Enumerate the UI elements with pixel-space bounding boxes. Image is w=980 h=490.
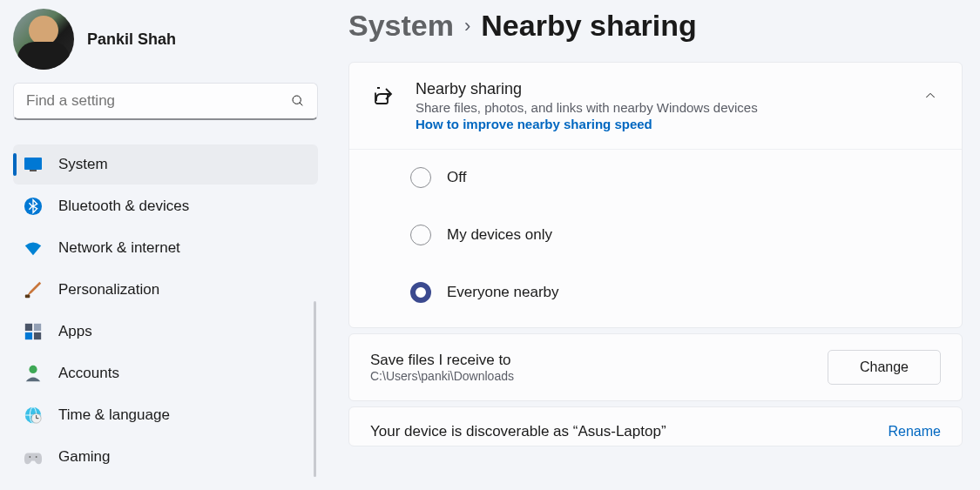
sidebar-item-label: System [58, 156, 108, 173]
sidebar-item-gaming[interactable]: Gaming [13, 437, 318, 477]
rename-link[interactable]: Rename [889, 424, 941, 440]
save-title: Save files I receive to [370, 352, 828, 369]
sidebar-nav: System Bluetooth & devices Network & int… [13, 144, 318, 477]
bluetooth-icon [24, 197, 43, 216]
discover-text: Your device is discoverable as “Asus-Lap… [370, 423, 889, 440]
brush-icon [24, 280, 43, 299]
svg-rect-6 [25, 324, 32, 331]
radio-icon [410, 167, 431, 188]
nearby-sharing-header[interactable]: Nearby sharing Share files, photos, and … [349, 63, 962, 150]
svg-line-1 [300, 103, 302, 105]
accounts-icon [24, 364, 43, 383]
sidebar-item-label: Personalization [58, 281, 159, 299]
svg-rect-5 [25, 295, 30, 299]
profile-section[interactable]: Pankil Shah [13, 0, 318, 83]
apps-icon [24, 322, 43, 341]
wifi-icon [24, 238, 43, 258]
page-title: Nearby sharing [481, 9, 697, 43]
breadcrumb: System › Nearby sharing [348, 0, 963, 62]
search-icon [291, 94, 305, 108]
svg-point-0 [293, 96, 301, 104]
chevron-right-icon: › [464, 15, 470, 37]
sidebar-item-label: Bluetooth & devices [58, 198, 189, 215]
sidebar-scrollbar[interactable] [314, 301, 316, 477]
save-path: C:\Users\panki\Downloads [370, 369, 828, 383]
sidebar-item-apps[interactable]: Apps [13, 312, 318, 352]
radio-icon [410, 225, 431, 245]
svg-rect-7 [34, 324, 41, 331]
sidebar-item-time-language[interactable]: Time & language [13, 395, 318, 435]
svg-rect-2 [24, 158, 42, 170]
save-location-card: Save files I receive to C:\Users\panki\D… [348, 333, 963, 401]
search-input[interactable] [26, 92, 291, 110]
sidebar-item-personalization[interactable]: Personalization [13, 270, 318, 310]
sidebar-item-label: Accounts [58, 365, 119, 382]
share-icon [374, 85, 395, 106]
breadcrumb-parent[interactable]: System [348, 9, 454, 43]
svg-point-10 [29, 366, 37, 373]
svg-rect-8 [25, 332, 32, 339]
radio-off[interactable]: Off [410, 167, 901, 188]
radio-my-devices[interactable]: My devices only [410, 225, 901, 245]
radio-label: Everyone nearby [447, 284, 559, 301]
sidebar-item-bluetooth[interactable]: Bluetooth & devices [13, 186, 318, 226]
sidebar-item-label: Gaming [58, 448, 111, 466]
card-subtitle: Share files, photos, and links with near… [416, 100, 902, 115]
profile-name: Pankil Shah [87, 30, 176, 49]
sidebar-item-label: Apps [58, 323, 92, 340]
radio-icon [410, 282, 431, 303]
gaming-icon [24, 447, 43, 467]
sidebar-item-accounts[interactable]: Accounts [13, 353, 318, 393]
svg-point-18 [36, 456, 37, 458]
nearby-sharing-card: Nearby sharing Share files, photos, and … [348, 62, 963, 328]
svg-rect-3 [30, 170, 37, 171]
sidebar-item-label: Time & language [58, 406, 170, 424]
radio-label: Off [447, 169, 466, 186]
sidebar-item-network[interactable]: Network & internet [13, 228, 318, 268]
svg-point-17 [29, 456, 30, 458]
radio-group: Off My devices only Everyone nearby [349, 150, 962, 327]
card-title: Nearby sharing [416, 80, 902, 98]
sidebar-item-label: Network & internet [58, 239, 180, 257]
svg-rect-9 [34, 332, 41, 339]
search-box[interactable] [13, 83, 318, 120]
avatar [13, 9, 74, 70]
chevron-up-icon [923, 89, 937, 103]
discover-card: Your device is discoverable as “Asus-Lap… [348, 406, 963, 446]
radio-everyone[interactable]: Everyone nearby [410, 282, 901, 303]
change-button[interactable]: Change [828, 350, 941, 385]
improve-speed-link[interactable]: How to improve nearby sharing speed [416, 117, 902, 131]
display-icon [24, 155, 43, 174]
globe-clock-icon [24, 406, 43, 425]
sidebar-item-system[interactable]: System [13, 144, 318, 185]
radio-label: My devices only [447, 226, 552, 244]
